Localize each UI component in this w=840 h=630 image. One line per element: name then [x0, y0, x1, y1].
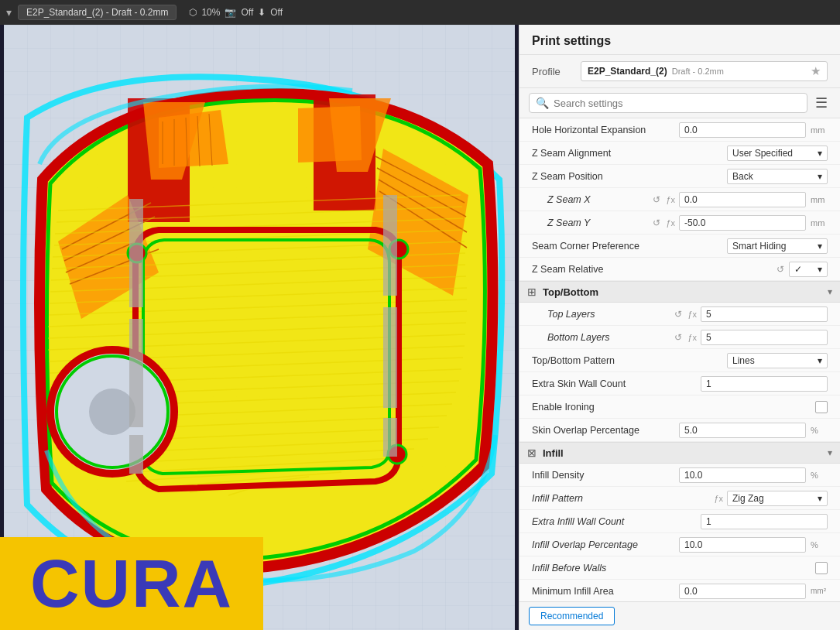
infill-title: Infill [543, 447, 821, 459]
infill-chevron: ▾ [828, 447, 832, 458]
setting-infill-before-walls: Infill Before Walls [519, 556, 840, 580]
z-seam-relative-reset-icon[interactable]: ↺ [777, 264, 784, 275]
3d-viewport[interactable]: CURA [0, 25, 519, 630]
cura-watermark: CURA [0, 537, 263, 630]
setting-z-seam-relative: Z Seam Relative ↺ ✓ ▾ [519, 258, 840, 281]
top-layers-reset-icon[interactable]: ↺ [674, 309, 682, 320]
search-input[interactable] [554, 98, 801, 109]
search-icon: 🔍 [536, 97, 549, 109]
infill-overlap-label: Infill Overlap Percentage [532, 539, 676, 550]
top-bottom-pattern-chevron: ▾ [818, 355, 822, 366]
z-seam-relative-value: ✓ [794, 264, 802, 275]
z-seam-y-input[interactable] [679, 215, 806, 231]
z-seam-x-input[interactable] [679, 192, 806, 207]
svg-point-49 [89, 389, 135, 435]
enable-ironing-checkbox[interactable] [815, 401, 828, 413]
infill-overlap-input[interactable] [679, 537, 806, 553]
setting-skin-overlap: Skin Overlap Percentage % [519, 419, 840, 442]
z-seam-y-reset-icon[interactable]: ↺ [653, 217, 660, 228]
infill-pattern-fx-icon[interactable]: ƒx [714, 494, 723, 503]
min-infill-area-unit: mm² [811, 587, 828, 595]
monitor-icon: 📷 [225, 7, 236, 18]
z-seam-position-chevron: ▾ [818, 171, 822, 182]
settings-panel: Print settings Profile E2P_Standard_(2) … [519, 25, 840, 630]
min-infill-area-input[interactable] [679, 584, 806, 599]
top-bottom-pattern-dropdown[interactable]: Lines ▾ [727, 353, 828, 368]
z-seam-relative-chevron: ▾ [818, 264, 822, 275]
setting-infill-overlap: Infill Overlap Percentage % [519, 533, 840, 556]
bottom-bar: Recommended [519, 601, 840, 630]
seam-corner-dropdown[interactable]: Smart Hiding ▾ [727, 238, 828, 254]
profile-star-icon[interactable]: ★ [811, 64, 821, 78]
bottom-layers-reset-icon[interactable]: ↺ [674, 332, 682, 343]
extra-infill-wall-input[interactable] [701, 514, 828, 529]
svg-marker-56 [159, 110, 228, 168]
top-bottom-pattern-label: Top/Bottom Pattern [532, 355, 724, 366]
z-seam-relative-label: Z Seam Relative [532, 264, 773, 275]
z-seam-x-label: Z Seam X [547, 194, 650, 205]
z-seam-position-value: Back [732, 171, 753, 182]
profile-selector[interactable]: E2P_Standard_(2) - Draft - 0.2mm [18, 5, 177, 20]
z-seam-position-dropdown[interactable]: Back ▾ [727, 169, 828, 184]
setting-infill-pattern: Infill Pattern ƒx Zig Zag ▾ [519, 487, 840, 510]
search-row: 🔍 ☰ [519, 88, 840, 118]
z-seam-relative-dropdown[interactable]: ✓ ▾ [789, 262, 828, 277]
menu-icon[interactable]: ☰ [812, 93, 831, 113]
extra-skin-wall-label: Extra Skin Wall Count [532, 378, 698, 389]
z-seam-alignment-label: Z Seam Alignment [532, 148, 724, 159]
hole-expansion-label: Hole Horizontal Expansion [532, 125, 676, 135]
settings-list: Hole Horizontal Expansion mm Z Seam Alig… [519, 118, 840, 601]
setting-extra-infill-wall: Extra Infill Wall Count [519, 510, 840, 533]
recommended-button[interactable]: Recommended [529, 607, 615, 625]
setting-enable-ironing: Enable Ironing [519, 395, 840, 419]
infill-density-label: Infill Density [532, 470, 676, 481]
infill-pattern-dropdown[interactable]: Zig Zag ▾ [727, 491, 828, 506]
off-label-2: Off [270, 7, 283, 18]
z-seam-y-unit: mm [811, 218, 828, 228]
enable-ironing-label: Enable Ironing [532, 402, 812, 413]
skin-overlap-input[interactable] [679, 423, 806, 438]
section-top-bottom[interactable]: ⊞ Top/Bottom ▾ [519, 281, 840, 303]
seam-corner-chevron: ▾ [818, 241, 822, 252]
z-seam-x-fx-icon[interactable]: ƒx [666, 195, 675, 204]
off-label-1: Off [241, 7, 253, 18]
top-layers-fx-icon[interactable]: ƒx [687, 310, 697, 319]
z-seam-alignment-dropdown[interactable]: User Specified ▾ [727, 146, 828, 161]
z-seam-y-label: Z Seam Y [547, 217, 650, 228]
section-infill[interactable]: ⊠ Infill ▾ [519, 442, 840, 464]
profile-value-box[interactable]: E2P_Standard_(2) Draft - 0.2mm ★ [581, 61, 828, 81]
infill-pattern-label: Infill Pattern [532, 493, 710, 504]
top-layers-input[interactable] [701, 306, 828, 322]
svg-rect-54 [383, 307, 397, 408]
hole-expansion-input[interactable] [679, 122, 806, 138]
profile-label: Profile [532, 66, 574, 77]
setting-seam-corner: Seam Corner Preference Smart Hiding ▾ [519, 235, 840, 258]
top-bar: ▾ E2P_Standard_(2) - Draft - 0.2mm ⬡ 10%… [0, 0, 840, 25]
profile-dropdown-chevron[interactable]: ▾ [6, 6, 12, 19]
z-seam-position-label: Z Seam Position [532, 171, 724, 182]
layer-icon: ⬡ [189, 7, 197, 18]
z-seam-y-fx-icon[interactable]: ƒx [666, 218, 675, 228]
hole-expansion-unit: mm [811, 125, 828, 135]
svg-rect-53 [383, 195, 397, 296]
min-infill-area-label: Minimum Infill Area [532, 586, 676, 597]
cura-logo-text: CURA [30, 550, 233, 618]
infill-density-input[interactable] [679, 467, 806, 483]
profile-sub: Draft - 0.2mm [672, 67, 724, 76]
infill-before-walls-label: Infill Before Walls [532, 563, 812, 574]
z-seam-alignment-chevron: ▾ [818, 148, 822, 159]
z-seam-x-reset-icon[interactable]: ↺ [653, 194, 660, 205]
bottom-layers-input[interactable] [701, 330, 828, 345]
svg-rect-55 [383, 418, 397, 457]
svg-marker-57 [298, 106, 362, 163]
skin-overlap-label: Skin Overlap Percentage [532, 425, 676, 436]
bottom-layers-fx-icon[interactable]: ƒx [687, 333, 697, 342]
setting-top-layers: Top Layers ↺ ƒx [519, 303, 840, 326]
infill-before-walls-checkbox[interactable] [815, 562, 828, 574]
bottom-layers-label: Bottom Layers [547, 332, 671, 343]
infill-density-unit: % [811, 471, 828, 480]
main-area: CURA Print settings Profile E2P_Standard… [0, 25, 840, 630]
infill-pattern-value: Zig Zag [732, 493, 764, 504]
panel-title: Print settings [519, 25, 840, 55]
extra-skin-wall-input[interactable] [701, 376, 828, 392]
